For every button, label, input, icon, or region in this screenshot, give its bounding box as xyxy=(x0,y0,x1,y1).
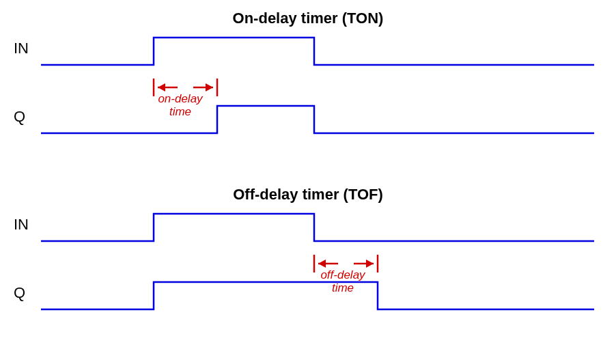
svg-marker-5 xyxy=(206,83,213,92)
ton-delay-marker xyxy=(154,79,217,96)
ton-q-waveform xyxy=(41,106,594,133)
tof-q-waveform xyxy=(41,282,594,309)
waveforms-svg xyxy=(0,0,616,364)
timing-diagram-canvas: On-delay timer (TON) IN Q Off-delay time… xyxy=(0,0,616,364)
tof-in-waveform xyxy=(41,214,594,241)
ton-in-waveform xyxy=(41,38,594,65)
svg-marker-9 xyxy=(318,260,326,268)
tof-delay-marker xyxy=(314,255,378,272)
svg-marker-3 xyxy=(158,83,165,92)
svg-marker-11 xyxy=(366,260,374,268)
